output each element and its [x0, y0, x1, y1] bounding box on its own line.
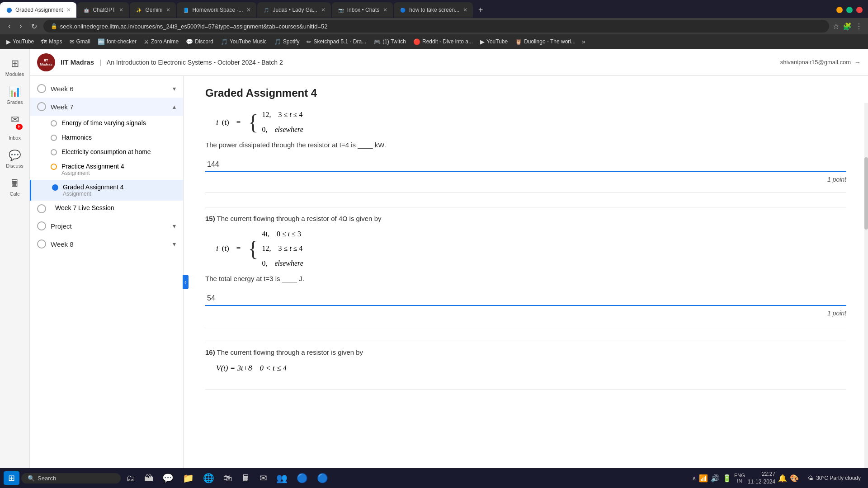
sidebar-item-graded[interactable]: Graded Assignment 4 Assignment: [30, 180, 183, 201]
bookmark-ytmusic[interactable]: 🎵 YouTube Music: [218, 38, 269, 46]
settings-icon[interactable]: ⋮: [855, 22, 863, 31]
weather-icon: 🌤: [808, 475, 813, 481]
region-text: IN: [734, 478, 745, 483]
taskbar-mountain[interactable]: 🏔: [141, 471, 157, 485]
bookmark-twitch[interactable]: 🎮 (1) Twitch: [371, 38, 409, 46]
url-input[interactable]: 🔒 seek.onlinedegree.iitm.ac.in/courses/n…: [43, 20, 829, 33]
project-header[interactable]: Project ▾: [30, 217, 183, 235]
week-6-header[interactable]: Week 6 ▾: [30, 80, 183, 98]
bookmark-maps[interactable]: 🗺 Maps: [38, 38, 65, 46]
taskbar-teams2[interactable]: 👥: [273, 471, 291, 485]
week-8-header[interactable]: Week 8 ▾: [30, 235, 183, 253]
taskbar-calc[interactable]: 🖩: [238, 471, 254, 485]
extension-icon[interactable]: 🧩: [843, 22, 852, 31]
sidebar-item-practice[interactable]: Practice Assignment 4 Assignment: [30, 159, 183, 180]
bookmark-zoro[interactable]: ⚔ Zoro Anime: [141, 38, 181, 46]
taskbar-mail[interactable]: ✉: [256, 471, 271, 485]
week-7-header[interactable]: Week 7 ▴: [30, 98, 183, 116]
taskbar-teams3[interactable]: 🔵: [293, 471, 311, 485]
tab-judas[interactable]: 🎵 Judas • Lady Ga... ✕: [257, 2, 330, 18]
sidebar-item-harmonics[interactable]: Harmonics: [30, 130, 183, 145]
app-container: ⊞ Modules 📊 Grades ✉ 6 Inbox 💬 Discuss 🖩…: [0, 49, 868, 488]
nav-modules[interactable]: ⊞ Modules: [2, 54, 28, 80]
week-7-icon: [37, 102, 46, 111]
tab-screenshot[interactable]: 🔵 how to take screen... ✕: [394, 2, 473, 18]
tab-chatgpt[interactable]: 🤖 ChatGPT ✕: [77, 2, 129, 18]
tab-graded-assignment[interactable]: 🔵 Graded Assignment ✕: [0, 2, 76, 18]
taskbar-network-icon[interactable]: 📶: [699, 474, 708, 483]
taskbar-search[interactable]: 🔍 Search: [21, 473, 121, 483]
sidebar-item-live-session[interactable]: Week 7 Live Session: [30, 201, 183, 217]
sidebar-item-energy[interactable]: Energy of time varying signals: [30, 116, 183, 130]
sidebar-item-electricity[interactable]: Electricity consumption at home: [30, 145, 183, 159]
case-q14-1: 12, 3 ≤ t ≤ 4: [262, 108, 303, 122]
bookmark-youtube-1[interactable]: ▶ YouTube: [4, 38, 37, 46]
close-button[interactable]: [856, 7, 863, 13]
bookmark-discord[interactable]: 💬 Discord: [183, 38, 216, 46]
bookmark-star-icon[interactable]: ☆: [833, 22, 839, 31]
project-label: Project: [51, 222, 72, 230]
taskbar-folder[interactable]: 📁: [179, 471, 198, 485]
scrollbar-thumb[interactable]: [864, 157, 868, 230]
taskbar-edge[interactable]: 🌐: [199, 471, 218, 485]
forward-button[interactable]: ›: [17, 21, 24, 31]
answer-input-14[interactable]: [205, 158, 846, 172]
math-q14: i(t)= { 12, 3 ≤ t ≤ 4 0, elsewhere: [216, 108, 846, 136]
back-button[interactable]: ‹: [5, 21, 13, 31]
bookmark-sketchpad[interactable]: ✏ Sketchpad 5.1 - Dra...: [304, 38, 369, 46]
answer-input-15[interactable]: [205, 291, 846, 306]
bookmark-spotify[interactable]: 🎵 Spotify: [271, 38, 302, 46]
nav-discuss[interactable]: 💬 Discuss: [2, 146, 28, 172]
bookmark-font[interactable]: 🔤 font-checker: [95, 38, 139, 46]
content-area: Week 6 ▾ Week 7 ▴ Energy of time: [30, 76, 868, 488]
nav-grades[interactable]: 📊 Grades: [2, 82, 28, 108]
refresh-button[interactable]: ↻: [28, 21, 40, 32]
course-name: An Introduction to Electronic Systems - …: [107, 59, 283, 66]
taskbar-file-explorer[interactable]: 🗂: [123, 471, 139, 485]
week-6-icon: [37, 84, 46, 93]
nav-calc[interactable]: 🖩 Calc: [2, 174, 28, 200]
tab-close-screenshot[interactable]: ✕: [463, 7, 467, 13]
assignment-content: Graded Assignment 4 i(t)= { 12, 3 ≤ t ≤ …: [184, 76, 868, 488]
case-q14-1-val: 12,: [262, 108, 271, 122]
week-8-icon: [37, 239, 46, 249]
tab-gemini[interactable]: ✨ Gemini ✕: [130, 2, 176, 18]
bookmark-duolingo[interactable]: 🦉 Duolingo - The worl...: [512, 38, 578, 46]
graded-subtext: Assignment: [63, 191, 124, 197]
time-block[interactable]: 22:27 11-12-2024: [748, 470, 775, 486]
divider-q15-q16: [205, 341, 846, 341]
bookmarks-more-icon[interactable]: »: [582, 38, 585, 45]
bookmark-reddit[interactable]: 🔴 Reddit - Dive into a...: [410, 38, 476, 46]
taskbar-palette[interactable]: 🎨: [790, 474, 799, 483]
bookmark-gmail[interactable]: ✉ Gmail: [67, 38, 93, 46]
logout-icon[interactable]: →: [854, 59, 861, 66]
sidebar-toggle-button[interactable]: ‹: [183, 275, 189, 289]
tab-homework[interactable]: 📘 Homework Space -... ✕: [177, 2, 256, 18]
temperature: 30°C Partly cloudy: [816, 475, 861, 481]
question-text-14: The power dissipated through the resisto…: [205, 141, 846, 149]
minimize-button[interactable]: [836, 7, 843, 13]
sketchpad-icon: ✏: [307, 38, 311, 45]
tab-close-homework[interactable]: ✕: [246, 7, 251, 13]
taskbar-up-arrow[interactable]: ∧: [692, 475, 696, 481]
bookmark-youtube-2[interactable]: ▶ YouTube: [477, 38, 510, 46]
tab-close-gemini[interactable]: ✕: [166, 7, 170, 13]
tab-close-chatgpt[interactable]: ✕: [119, 7, 123, 13]
tab-inbox[interactable]: 📷 Inbox • Chats ✕: [332, 2, 393, 18]
tab-close-judas[interactable]: ✕: [321, 7, 326, 13]
start-button[interactable]: ⊞: [4, 471, 19, 485]
tab-close-graded[interactable]: ✕: [66, 7, 71, 13]
harmonics-dot: [51, 135, 57, 141]
new-tab-button[interactable]: +: [474, 4, 488, 17]
taskbar-teams[interactable]: 💬: [159, 471, 177, 485]
window-controls: [836, 7, 868, 13]
nav-inbox[interactable]: ✉ 6 Inbox: [2, 110, 28, 144]
notification-bell[interactable]: 🔔: [778, 474, 787, 483]
taskbar-battery-icon[interactable]: 🔋: [722, 474, 731, 483]
tab-close-inbox[interactable]: ✕: [383, 7, 387, 13]
taskbar-volume-icon[interactable]: 🔊: [711, 474, 720, 483]
taskbar-store[interactable]: 🛍: [220, 471, 236, 485]
inbox-badge: 6: [16, 124, 23, 130]
taskbar-chrome[interactable]: 🔵: [313, 471, 332, 485]
maximize-button[interactable]: [846, 7, 853, 13]
